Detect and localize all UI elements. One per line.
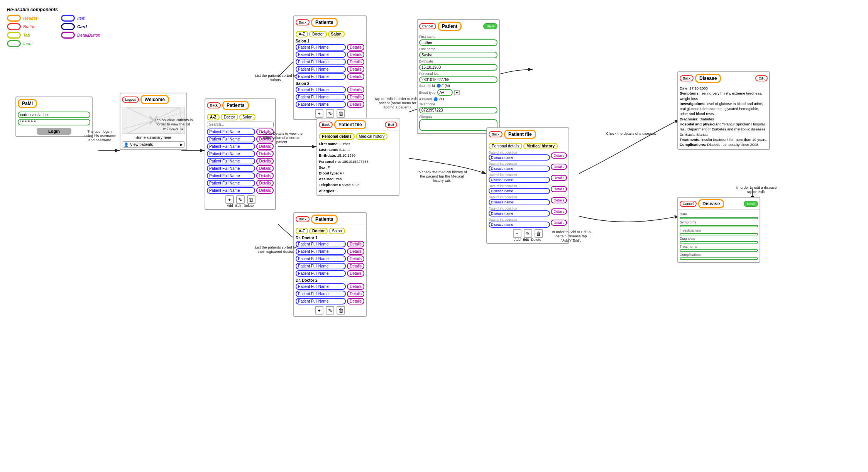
pf-edit-btn[interactable]: Edit [385, 122, 397, 128]
salon2-details-1[interactable]: Details [347, 86, 364, 93]
item-label: Item [77, 16, 85, 20]
details-btn-7[interactable]: Details [256, 173, 274, 179]
tab-salon-doctor[interactable]: Salon [329, 228, 345, 234]
medical-delete-icon[interactable]: 🗑 [535, 229, 543, 238]
edit-birthdate-input[interactable]: 15.10.1980 [419, 64, 497, 71]
tab-az[interactable]: A-Z [207, 114, 220, 120]
tab-doctor-salon[interactable]: Doctor [309, 31, 327, 37]
details-btn-8[interactable]: Details [256, 180, 274, 186]
medical-edit-icon[interactable]: ✎ [524, 229, 532, 238]
patient-save-btn[interactable]: Save [483, 23, 497, 29]
doctor-edit-icon[interactable]: ✎ [326, 306, 334, 315]
tab-medical[interactable]: Medical history [356, 133, 388, 140]
logout-button[interactable]: Logout [122, 96, 139, 103]
tab-personal[interactable]: Personal details [319, 133, 355, 140]
assured-radio[interactable]: 🔵 Yes [433, 97, 444, 101]
patient-file-medical-body: Personal details Medical history Date of… [487, 140, 569, 243]
patient-cancel-btn[interactable]: Cancel [419, 23, 436, 29]
disease-edit-title-row: Cancel Disease Save [678, 198, 760, 210]
tab-az-doctor[interactable]: A-Z [296, 228, 308, 234]
doctor-delete-icon[interactable]: 🗑 [337, 306, 345, 315]
view-patients-button[interactable]: 👤 View patients ▶ [122, 141, 185, 148]
tab-personal-med[interactable]: Personal details [489, 143, 522, 149]
doc1-details-1[interactable]: Details [347, 241, 364, 247]
personal-details-content: First name: Luther Last name: Sasha Birt… [319, 141, 397, 194]
disease-edit-cancel-btn[interactable]: Cancel [680, 201, 697, 207]
details-btn-5[interactable]: Details [256, 158, 274, 164]
add-icon[interactable]: + [225, 195, 234, 204]
disease-back-btn[interactable]: Back [680, 75, 694, 81]
doc2-details-2[interactable]: Details [347, 291, 364, 297]
pfm-back-btn[interactable]: Back [489, 131, 503, 137]
disease-details-3[interactable]: Details [551, 175, 567, 181]
disease-details-5[interactable]: Details [551, 197, 567, 203]
disease-details-6[interactable]: Details [551, 208, 567, 215]
salon1-details-2[interactable]: Details [347, 51, 364, 58]
doc1-details-5[interactable]: Details [347, 270, 364, 277]
login-button[interactable]: Login [37, 128, 71, 135]
de-treatments-input[interactable] [680, 249, 758, 252]
salon-add-icon[interactable]: + [315, 109, 323, 118]
doc1-details-4[interactable]: Details [347, 263, 364, 269]
disease-details-4[interactable]: Details [551, 186, 567, 192]
salon-back-btn[interactable]: Back [296, 19, 310, 25]
disease-save-btn[interactable]: Save [744, 201, 758, 207]
patient-name-9: Patient Full Name [207, 187, 255, 194]
username-input[interactable]: codrin.vasilache [18, 112, 90, 118]
search-input[interactable] [207, 122, 274, 127]
disease-details-7[interactable]: Details [551, 220, 567, 226]
patients-back-btn[interactable]: Back [207, 102, 221, 108]
sex-radio-m[interactable]: ⚪ M [427, 84, 435, 88]
edit-icon[interactable]: ✎ [236, 195, 245, 204]
salon1-details-4[interactable]: Details [347, 66, 364, 73]
details-btn-3[interactable]: Details [256, 143, 274, 150]
edit-blood-input[interactable]: A+ [437, 89, 453, 96]
delete-icon[interactable]: 🗑 [247, 195, 255, 204]
details-btn-2[interactable]: Details [256, 136, 274, 142]
details-btn-9[interactable]: Details [256, 187, 274, 194]
patients-doctor-screen: Back Patients A-Z Doctor Salon Dr. Docto… [293, 212, 367, 317]
salon-delete-icon[interactable]: 🗑 [337, 109, 345, 118]
edit-telephone-input[interactable]: 0723957223 [419, 107, 497, 113]
salon-edit-icon[interactable]: ✎ [326, 109, 334, 118]
medical-add-icon[interactable]: + [513, 229, 521, 238]
tab-medical-active[interactable]: Medical history [523, 143, 558, 149]
disease-details-2[interactable]: Details [551, 164, 567, 170]
doctor-add-icon[interactable]: + [315, 306, 323, 315]
doc2-details-1[interactable]: Details [347, 283, 364, 290]
tab-salon-active[interactable]: Salon [328, 31, 345, 37]
disease-details-1[interactable]: Details [551, 152, 567, 159]
doc2-details-3[interactable]: Details [347, 298, 364, 305]
sex-radio-f[interactable]: 🔵 F (M) [437, 84, 450, 88]
tab-doctor[interactable]: Doctor [221, 114, 238, 120]
pf-tabs: Personal details Medical history [319, 133, 397, 140]
salon1-details-1[interactable]: Details [347, 44, 364, 51]
details-btn-1[interactable]: Details [256, 129, 274, 135]
tab-az-salon[interactable]: A-Z [296, 31, 308, 37]
details-btn-4[interactable]: Details [256, 151, 274, 157]
doc1-details-2[interactable]: Details [347, 248, 364, 255]
de-diagnosis-input[interactable] [680, 241, 758, 244]
edit-first-name-input[interactable]: Luther [419, 39, 497, 46]
de-date-input[interactable] [680, 217, 758, 219]
tab-salon[interactable]: Salon [239, 114, 255, 120]
salon1-details-3[interactable]: Details [347, 59, 364, 65]
blood-dropdown[interactable]: ▼ [454, 90, 460, 95]
de-investigations-input[interactable] [680, 233, 758, 235]
de-complications-input[interactable] [680, 257, 758, 260]
pf-back-btn[interactable]: Back [319, 122, 333, 128]
details-btn-6[interactable]: Details [256, 165, 274, 172]
edit-personal-no-input[interactable]: 2801015227755 [419, 76, 497, 83]
edit-allergies-input[interactable] [419, 119, 497, 131]
salon1-details-5[interactable]: Details [347, 73, 364, 80]
edit-last-name-input[interactable]: Sasha [419, 52, 497, 58]
doctor-back-btn[interactable]: Back [296, 216, 310, 222]
edit-assured-label: Assured [419, 97, 432, 101]
doc1-details-3[interactable]: Details [347, 255, 364, 262]
salon2-details-3[interactable]: Details [347, 101, 364, 108]
de-symptoms-input[interactable] [680, 225, 758, 227]
disease-edit-btn[interactable]: Edit [755, 75, 768, 81]
tab-doctor-active[interactable]: Doctor [309, 228, 328, 234]
password-input[interactable]: *********** [18, 119, 90, 125]
salon2-details-2[interactable]: Details [347, 94, 364, 100]
